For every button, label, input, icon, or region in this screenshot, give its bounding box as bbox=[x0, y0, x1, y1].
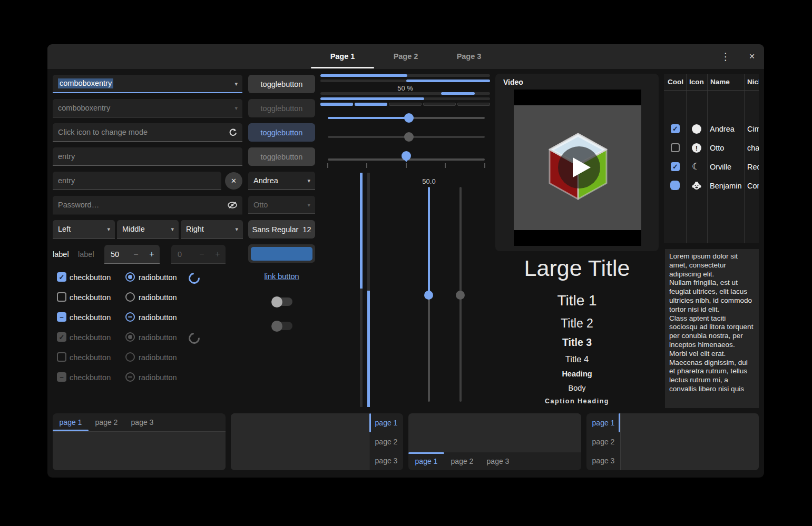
slider-mark bbox=[366, 163, 367, 168]
refresh-icon[interactable] bbox=[228, 127, 238, 139]
column-header-nick[interactable]: Nick bbox=[747, 78, 759, 86]
active-tab-indicator bbox=[408, 452, 444, 454]
column-header-name[interactable]: Name bbox=[710, 78, 730, 86]
color-button[interactable] bbox=[248, 244, 315, 263]
chevron-down-icon[interactable]: ▾ bbox=[234, 105, 238, 112]
progress-fill bbox=[406, 80, 490, 82]
checkbutton-label-disabled: checkbutton bbox=[70, 373, 111, 382]
row-checkbox-checked[interactable]: ✓ bbox=[671, 124, 680, 133]
vertical-slider-knob[interactable] bbox=[424, 291, 433, 300]
title-2: Title 2 bbox=[495, 316, 659, 331]
progressbar bbox=[320, 74, 490, 77]
password-field[interactable]: Password… bbox=[53, 196, 242, 214]
chevron-down-icon: ▾ bbox=[107, 226, 110, 233]
active-tab-indicator bbox=[369, 413, 371, 432]
radiobutton-label[interactable]: radiobutton bbox=[139, 313, 177, 322]
spinbutton[interactable]: 50 − + bbox=[104, 245, 160, 264]
comboboxentry[interactable]: comboboxentry ▾ bbox=[53, 99, 242, 117]
nb-tab-page2[interactable]: page 2 bbox=[89, 413, 124, 431]
radiobutton-unselected[interactable] bbox=[125, 292, 135, 302]
tab-page-2[interactable]: Page 2 bbox=[374, 44, 437, 67]
label-disabled: label bbox=[78, 250, 94, 259]
nb-tab-page3[interactable]: page 3 bbox=[480, 452, 516, 470]
nb-tab-page1[interactable]: page 1 bbox=[408, 452, 444, 470]
checkbox-checked[interactable]: ✓ bbox=[57, 272, 66, 282]
check-icon: ✓ bbox=[672, 125, 678, 133]
switch-knob bbox=[271, 296, 282, 307]
halign-dropdown-middle[interactable]: Middle ▾ bbox=[117, 220, 179, 239]
checkbutton-label[interactable]: checkbutton bbox=[70, 273, 111, 282]
nb-tab-page1[interactable]: page 1 bbox=[586, 413, 620, 432]
nb-tab-page1[interactable]: page 1 bbox=[53, 413, 89, 431]
level-segment-filled bbox=[320, 103, 353, 106]
video-frame[interactable] bbox=[514, 90, 641, 246]
radiobutton-mixed[interactable] bbox=[125, 312, 135, 322]
radio-mixed-bar bbox=[128, 316, 132, 318]
font-button[interactable]: Sans Regular 12 bbox=[248, 220, 315, 239]
plus-icon[interactable]: + bbox=[144, 250, 160, 259]
vertical-progress-track bbox=[360, 289, 363, 407]
slider[interactable] bbox=[328, 117, 485, 119]
text-view[interactable]: Lorem ipsum dolor sit amet, consectetur … bbox=[665, 249, 759, 408]
togglebutton-active[interactable]: togglebutton bbox=[248, 123, 315, 142]
column-header-icon[interactable]: Icon bbox=[689, 78, 704, 86]
mode-entry-placeholder: Click icon to change mode bbox=[58, 128, 148, 136]
nb-tab-page3[interactable]: page 3 bbox=[124, 413, 160, 431]
kebab-menu-icon[interactable]: ⋮ bbox=[717, 44, 735, 69]
checkbutton-label[interactable]: checkbutton bbox=[70, 293, 111, 302]
slider-with-marks[interactable] bbox=[328, 158, 485, 161]
close-icon[interactable]: ✕ bbox=[743, 44, 761, 69]
row-checkbox-checked[interactable]: ✓ bbox=[671, 162, 680, 171]
eye-slash-icon[interactable] bbox=[227, 201, 238, 211]
checkbox-checked-disabled: ✓ bbox=[57, 332, 66, 342]
mode-entry[interactable]: Click icon to change mode bbox=[53, 123, 242, 142]
tab-page-3[interactable]: Page 3 bbox=[437, 44, 501, 67]
checkbutton-label-disabled: checkbutton bbox=[70, 333, 111, 342]
password-placeholder: Password… bbox=[58, 201, 99, 209]
minus-icon[interactable]: − bbox=[128, 250, 144, 259]
checkbutton-label[interactable]: checkbutton bbox=[70, 313, 111, 322]
slider-knob[interactable] bbox=[404, 113, 414, 123]
halign-dropdown-left[interactable]: Left ▾ bbox=[53, 220, 115, 239]
vertical-progressbar-inverted bbox=[367, 173, 370, 407]
check-icon: ✓ bbox=[59, 273, 65, 281]
radiobutton-selected[interactable] bbox=[125, 272, 135, 282]
row-checkbox-unchecked[interactable] bbox=[671, 143, 680, 152]
nb-tab-page2[interactable]: page 2 bbox=[444, 452, 480, 470]
togglebutton-label: togglebutton bbox=[261, 104, 303, 113]
link-button[interactable]: link button bbox=[248, 272, 315, 281]
check-icon: ✓ bbox=[59, 333, 65, 341]
column-header-cool[interactable]: Cool bbox=[668, 78, 683, 86]
entry[interactable]: entry bbox=[53, 147, 242, 166]
switch-off[interactable] bbox=[272, 297, 292, 306]
video-label: Video bbox=[503, 78, 523, 86]
treeview-table: Cool Icon Name Nick ✓ Andrea Cimi ! Otto… bbox=[664, 74, 759, 243]
vertical-slider[interactable] bbox=[428, 187, 430, 402]
row-checkbox-highlight[interactable] bbox=[670, 181, 680, 190]
nb-tab-page2[interactable]: page 2 bbox=[369, 432, 403, 451]
clear-entry-button[interactable]: ✕ bbox=[225, 172, 242, 190]
nb-tab-page2[interactable]: page 2 bbox=[586, 432, 620, 451]
checkbox-unchecked-disabled bbox=[57, 352, 66, 362]
entry-with-clear[interactable]: entry bbox=[53, 172, 221, 190]
radiobutton-label[interactable]: radiobutton bbox=[139, 293, 177, 302]
nb-tab-page3[interactable]: page 3 bbox=[369, 451, 403, 470]
nb-content bbox=[231, 413, 369, 470]
dropdown-value: Left bbox=[58, 225, 71, 233]
nb-tab-page3[interactable]: page 3 bbox=[586, 451, 620, 470]
progressbar bbox=[320, 97, 490, 100]
radiobutton-label[interactable]: radiobutton bbox=[139, 273, 177, 282]
title-3: Title 3 bbox=[495, 336, 659, 349]
checkbox-mixed[interactable]: − bbox=[57, 312, 66, 322]
chevron-down-icon[interactable]: ▾ bbox=[234, 80, 238, 87]
nb-tab-page1[interactable]: page 1 bbox=[369, 413, 403, 432]
comboboxentry-focused[interactable]: comboboxentry ▾ bbox=[53, 75, 242, 93]
vertical-progressbar bbox=[360, 173, 363, 407]
checkbox-unchecked[interactable] bbox=[57, 292, 66, 302]
spinner-icon-disabled bbox=[187, 331, 202, 346]
slider-pin-knob[interactable] bbox=[402, 151, 411, 161]
halign-dropdown-right[interactable]: Right ▾ bbox=[181, 220, 243, 239]
name-dropdown[interactable]: Andrea ▾ bbox=[248, 172, 315, 190]
togglebutton[interactable]: togglebutton bbox=[248, 75, 315, 93]
tab-page-1[interactable]: Page 1 bbox=[311, 44, 374, 67]
